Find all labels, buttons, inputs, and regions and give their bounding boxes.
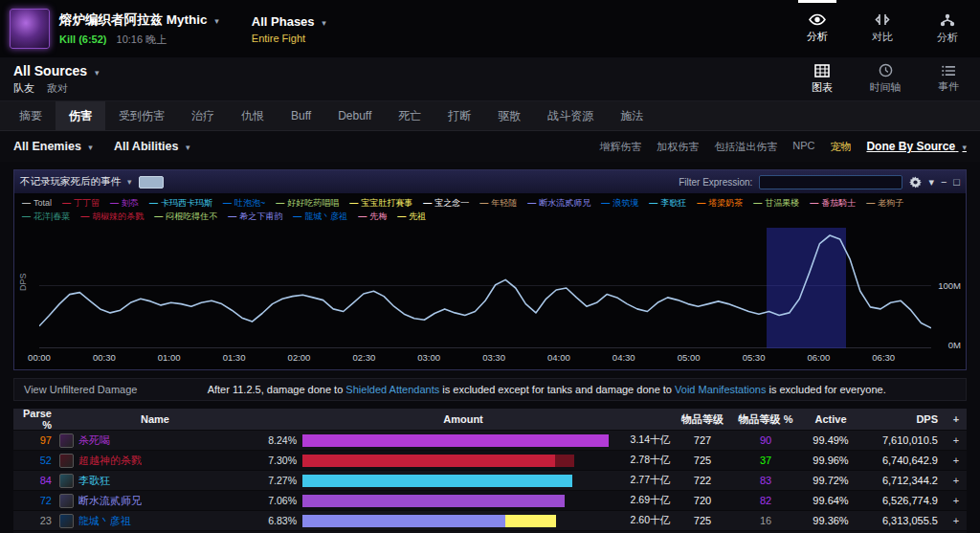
legend-item[interactable]: —宝宝肚打賽事 [349, 198, 412, 209]
column-header-Active[interactable]: Active [802, 413, 859, 425]
nav-item-eye[interactable]: 分析 [785, 0, 850, 57]
all-abilities-dropdown[interactable]: All Abilities ▾ [114, 140, 190, 153]
minimize-icon[interactable]: − [941, 176, 947, 188]
table-row[interactable]: 97杀死喝8.24%3.14十亿7279099.49%7,610,010.5+ [13, 430, 967, 450]
death-filter-toggle[interactable] [139, 176, 164, 189]
legend-item[interactable]: —胡椒辣的杀戮 [80, 211, 144, 222]
column-header-Name[interactable]: Name [59, 413, 251, 425]
expand-row-button[interactable]: + [946, 434, 967, 446]
legend-item[interactable]: —Total [22, 198, 52, 209]
death-filter-dropdown[interactable]: 不记录玩家死后的事件 ▾ [20, 175, 131, 189]
player-name-cell[interactable]: 杀死喝 [59, 433, 251, 448]
nav-item-analyze-tree[interactable]: 分析 [915, 0, 980, 57]
legend-item[interactable]: —宝之念一 [423, 198, 469, 209]
notice-link[interactable]: Void Manifestations [675, 384, 766, 395]
filter-option-加权伤害[interactable]: 加权伤害 [657, 140, 699, 154]
expand-row-button[interactable]: + [946, 475, 967, 486]
view-item-events-list[interactable]: 事件 [917, 57, 980, 100]
expand-row-button[interactable]: + [946, 515, 967, 526]
tab-Buff[interactable]: Buff [278, 101, 324, 130]
fight-title[interactable]: 熔炉编织者阿拉兹 Mythic ▾ [59, 11, 219, 29]
legend-item[interactable]: —塔梁奶茶 [697, 198, 743, 209]
tab-治疗[interactable]: 治疗 [178, 101, 228, 130]
player-name[interactable]: 超越神的杀戮 [78, 454, 142, 468]
tab-死亡[interactable]: 死亡 [385, 101, 434, 130]
phase-selector[interactable]: All Phases ▾ Entire Fight [252, 0, 326, 57]
legend-item[interactable]: —吐泡泡~ [223, 198, 265, 209]
legend-item[interactable]: —先梅 [358, 211, 387, 222]
damage-amount: 2.78十亿 [609, 454, 676, 467]
filter-option-NPC[interactable]: NPC [792, 140, 814, 154]
column-header-物品等级[interactable]: 物品等级 [676, 412, 729, 427]
expand-row-button[interactable]: + [946, 495, 967, 506]
legend-player-name: 浪筑境 [612, 198, 638, 208]
legend-item[interactable]: —李歌狂 [649, 198, 686, 209]
fight-info[interactable]: 熔炉编织者阿拉兹 Mythic ▾ Kill (6:52) 10:16 晚上 [59, 0, 219, 57]
enemies-link[interactable]: 敌对 [47, 82, 68, 94]
filter-expression-input[interactable] [759, 175, 902, 189]
tab-战斗资源[interactable]: 战斗资源 [534, 101, 607, 130]
tab-伤害[interactable]: 伤害 [56, 101, 105, 130]
player-name[interactable]: 断水流贰师兄 [78, 494, 142, 508]
legend-item[interactable]: —希之下甫韵 [228, 211, 282, 222]
chevron-down-icon[interactable]: ▾ [928, 176, 934, 189]
legend-item[interactable]: —浪筑境 [601, 198, 638, 209]
legend-item[interactable]: —年轻随 [479, 198, 517, 209]
tab-摘要[interactable]: 摘要 [6, 101, 56, 130]
boss-portrait-icon[interactable] [10, 9, 50, 49]
active-percent: 99.64% [802, 495, 859, 506]
tab-打断[interactable]: 打断 [434, 101, 484, 130]
legend-item[interactable]: —断水流贰师兄 [527, 198, 590, 209]
tab-受到伤害[interactable]: 受到伤害 [105, 101, 178, 130]
table-row[interactable]: 23龍城丶彦祖6.83%2.60十亿7251699.36%6,313,055.5… [13, 510, 967, 530]
expand-row-button[interactable]: + [946, 455, 967, 466]
table-row[interactable]: 52超越神的杀戮7.30%2.78十亿7253799.96%6,740,642.… [13, 450, 967, 470]
legend-item[interactable]: —甘温果楼 [753, 198, 799, 209]
column-header-Parse-%[interactable]: Parse % [13, 408, 59, 431]
legend-item[interactable]: —老狗子 [866, 198, 903, 209]
legend-item[interactable]: —丁丁留 [62, 198, 100, 209]
filter-option-宠物[interactable]: 宠物 [830, 140, 851, 154]
tab-Debuff[interactable]: Debuff [324, 101, 385, 130]
legend-item[interactable]: —刻忝 [110, 198, 139, 209]
column-header-+[interactable]: + [946, 413, 967, 425]
column-header-Amount[interactable]: Amount [251, 413, 676, 425]
player-name[interactable]: 龍城丶彦祖 [78, 514, 131, 528]
view-item-chart-grid[interactable]: 图表 [791, 57, 854, 100]
nav-item-compare[interactable]: 对比 [850, 0, 915, 57]
filter-option-增辉伤害[interactable]: 增辉伤害 [599, 140, 641, 154]
legend-item[interactable]: —好好吃药唱唱 [276, 198, 339, 209]
tab-驱散[interactable]: 驱散 [484, 101, 534, 130]
friendlies-link[interactable]: 队友 [13, 82, 34, 94]
x-tick: 02:30 [352, 352, 375, 363]
view-unfiltered-link[interactable]: View Unfiltered Damage [24, 384, 137, 395]
column-header-DPS[interactable]: DPS [859, 413, 946, 425]
player-name[interactable]: 李歌狂 [78, 474, 110, 488]
popout-window-icon[interactable]: □ [953, 176, 960, 188]
gear-icon[interactable] [909, 176, 922, 189]
legend-item[interactable]: —番茄騎士 [810, 198, 856, 209]
dps-chart[interactable]: DPS 100M 0M 00:0000:3001:0001:3002:0002:… [14, 224, 966, 369]
all-sources-label: All Sources [13, 63, 87, 78]
tab-仇恨[interactable]: 仇恨 [228, 101, 278, 130]
all-sources-dropdown[interactable]: All Sources ▾ [13, 63, 99, 78]
legend-item[interactable]: —龍城丶彦祖 [293, 211, 347, 222]
player-name-cell[interactable]: 断水流贰师兄 [59, 494, 251, 508]
legend-item[interactable]: —卡玛西卡玛斯 [149, 198, 212, 209]
player-name-cell[interactable]: 龍城丶彦祖 [59, 514, 251, 528]
table-row[interactable]: 84李歌狂7.27%2.77十亿7228399.72%6,712,344.2+ [13, 470, 967, 490]
table-row[interactable]: 72断水流贰师兄7.06%2.69十亿7208299.64%6,526,774.… [13, 490, 967, 510]
player-name-cell[interactable]: 李歌狂 [59, 474, 251, 488]
done-by-source-dropdown[interactable]: Done By Source ▾ [866, 140, 967, 153]
notice-link[interactable]: Shielded Attendants [345, 384, 439, 395]
all-enemies-dropdown[interactable]: All Enemies ▾ [13, 140, 93, 153]
filter-option-包括溢出伤害[interactable]: 包括溢出伤害 [714, 140, 777, 154]
legend-item[interactable]: —先祖 [397, 211, 426, 222]
player-name[interactable]: 杀死喝 [78, 433, 110, 448]
tab-施法[interactable]: 施法 [607, 101, 657, 130]
player-name-cell[interactable]: 超越神的杀戮 [59, 454, 251, 468]
legend-item[interactable]: —闷棍吃得住不 [154, 211, 217, 222]
view-item-clock[interactable]: 时间轴 [854, 57, 917, 100]
column-header-物品等级-%[interactable]: 物品等级 % [729, 412, 802, 427]
legend-item[interactable]: —花洋|春菜 [22, 211, 70, 222]
